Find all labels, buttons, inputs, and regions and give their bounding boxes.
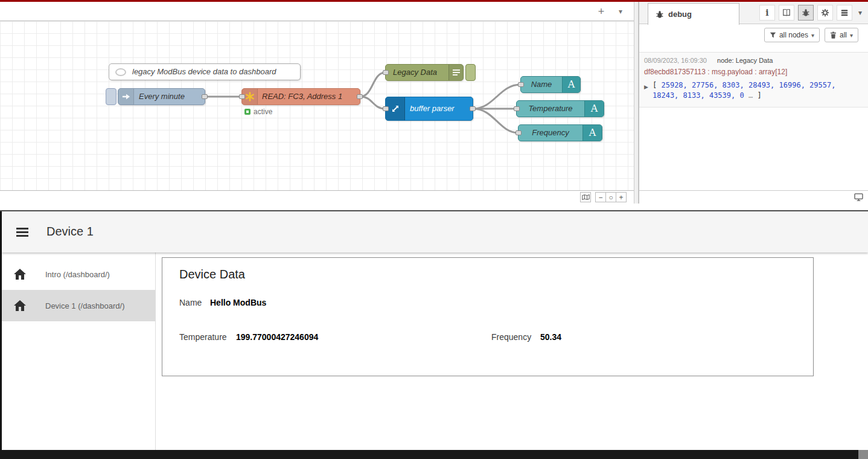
navigator-map-icon[interactable] — [580, 192, 591, 202]
home-icon — [14, 300, 26, 311]
debug-timestamp: 08/09/2023, 16:09:30 — [644, 57, 707, 64]
debug-property-path: df8ecbd817357113 : msg.payload : array[1… — [644, 68, 868, 76]
dashboard-title: Device 1 — [46, 225, 94, 239]
filter-nodes-button[interactable]: all nodes ▾ — [764, 28, 820, 42]
debug-enable-toggle[interactable] — [465, 64, 476, 81]
nav-item-intro[interactable]: Intro (/dashboard/) — [2, 258, 155, 290]
text-a-icon: A — [582, 125, 602, 141]
zoom-reset-button[interactable]: ○ — [605, 192, 616, 202]
funnel-icon — [770, 32, 776, 39]
input-port[interactable] — [239, 94, 245, 99]
clear-label: all — [840, 31, 847, 39]
text-a-icon: A — [584, 101, 604, 117]
context-tab-button[interactable] — [837, 5, 852, 21]
dashboard-nav: Intro (/dashboard/) Device 1 (/dashboard… — [2, 252, 156, 451]
text-a-icon: A — [562, 77, 580, 92]
comment-node[interactable]: legacy ModBus device data to dashboard — [109, 63, 301, 80]
canvas-footer: − ○ + — [0, 190, 634, 204]
help-tab-button[interactable] — [779, 5, 794, 21]
node-red-editor: + ▾ legacy ModBus device data to dashboa… — [0, 2, 868, 204]
debug-sidebar-icon — [448, 65, 463, 80]
flow-workspace: + ▾ legacy ModBus device data to dashboa… — [0, 2, 634, 204]
ui-text-node-frequency[interactable]: Frequency A — [518, 124, 602, 141]
wire — [473, 85, 520, 109]
filter-nodes-label: all nodes — [779, 31, 808, 39]
home-icon — [14, 269, 26, 280]
trash-icon — [830, 31, 837, 39]
input-port[interactable] — [518, 82, 524, 87]
sidebar-menu-caret-icon[interactable]: ▾ — [856, 8, 864, 17]
debug-sidebar: debug i — [639, 2, 868, 204]
add-flow-button[interactable]: + — [594, 5, 608, 18]
output-port[interactable] — [470, 106, 476, 111]
output-port[interactable] — [357, 94, 363, 99]
debug-tab-button[interactable] — [798, 5, 814, 21]
temperature-label: Temperature — [179, 332, 227, 342]
layers-icon — [840, 8, 849, 17]
ui-text-node-name[interactable]: Name A — [520, 76, 581, 93]
chevron-down-icon: ▾ — [850, 32, 853, 39]
bug-icon — [802, 8, 810, 17]
card-title: Device Data — [179, 268, 245, 281]
inject-node[interactable]: Every minute — [106, 88, 205, 105]
input-port[interactable] — [514, 106, 520, 111]
payload-close-bracket: ] — [757, 91, 761, 100]
inject-trigger-button[interactable] — [106, 88, 116, 105]
bug-icon — [656, 10, 664, 19]
dashboard-content: Device Data Name Hello ModBus Temperatur… — [156, 252, 868, 451]
temperature-value: 199.77000427246094 — [236, 332, 318, 342]
payload-ellipsis: … — [748, 91, 753, 100]
clear-messages-button[interactable]: all ▾ — [825, 28, 858, 42]
debug-message: 08/09/2023, 16:09:30 node: Legacy Data d… — [639, 52, 868, 108]
debug-payload: ▶[ 25928, 27756, 8303, 28493, 16996, 295… — [644, 80, 848, 101]
info-tab-button[interactable]: i — [759, 5, 775, 21]
dashboard-bottom-bar — [0, 450, 868, 459]
status-text: active — [254, 108, 272, 116]
sidebar-icon-tabs: i — [759, 5, 864, 21]
config-tab-button[interactable] — [817, 5, 833, 21]
zoom-in-button[interactable]: + — [616, 192, 627, 202]
tab-debug-label: debug — [668, 10, 692, 19]
scrollbar-corner — [858, 450, 868, 459]
modbus-status: active — [244, 108, 272, 116]
debug-message-meta: 08/09/2023, 16:09:30 node: Legacy Data — [644, 57, 868, 64]
info-icon: i — [765, 8, 768, 18]
modbus-read-node[interactable]: READ: FC3, Address 1 — [241, 88, 360, 105]
nav-item-label: Device 1 (/dashboard/) — [45, 301, 125, 310]
flow-canvas[interactable]: legacy ModBus device data to dashboard E… — [0, 21, 634, 190]
wire — [473, 109, 518, 133]
comment-node-label: legacy ModBus device data to dashboard — [109, 64, 300, 80]
expand-arrow-icon[interactable]: ▶ — [644, 82, 648, 92]
payload-open-bracket: [ — [653, 81, 657, 89]
workspace-tab-bar: + ▾ — [0, 2, 634, 21]
inject-node-body[interactable]: Every minute — [118, 88, 205, 105]
frequency-value: 50.34 — [540, 332, 561, 342]
inject-arrow-icon — [118, 89, 134, 104]
debug-node-body[interactable]: Legacy Data — [385, 64, 464, 81]
ui-text-node-temperature[interactable]: Temperature A — [516, 100, 604, 117]
debug-source-node: node: Legacy Data — [717, 57, 773, 64]
device-data-card: Device Data Name Hello ModBus Temperatur… — [162, 257, 814, 376]
input-port[interactable] — [515, 130, 522, 135]
modbus-node-label: READ: FC3, Address 1 — [242, 89, 360, 104]
sidebar-splitter[interactable] — [634, 2, 639, 204]
flow-list-caret-icon[interactable]: ▾ — [613, 5, 628, 18]
buffer-parser-node[interactable]: buffer parser — [385, 97, 473, 121]
open-window-icon[interactable] — [854, 193, 863, 201]
node-red-dashboard: Device 1 Intro (/dashboard/) Device 1 (/… — [0, 210, 868, 459]
debug-toolbar: all nodes ▾ all ▾ — [639, 24, 868, 46]
sidebar-header: debug i — [639, 2, 868, 24]
debug-node[interactable]: Legacy Data — [385, 64, 476, 81]
book-icon — [782, 8, 791, 17]
output-port[interactable] — [202, 94, 208, 99]
zoom-out-button[interactable]: − — [595, 192, 606, 202]
tab-debug[interactable]: debug — [648, 3, 739, 25]
input-port[interactable] — [383, 106, 389, 111]
frequency-label: Frequency — [491, 332, 531, 342]
wire — [360, 97, 385, 109]
input-port[interactable] — [383, 70, 389, 75]
hamburger-menu-icon[interactable] — [16, 228, 28, 239]
nav-item-device-1[interactable]: Device 1 (/dashboard/) — [2, 290, 155, 321]
sidebar-footer — [639, 190, 868, 204]
wire — [360, 72, 385, 97]
